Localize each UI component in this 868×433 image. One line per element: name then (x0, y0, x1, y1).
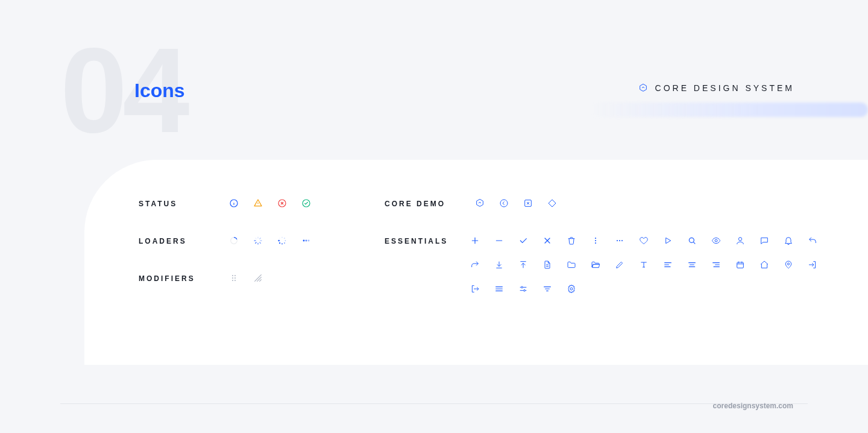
text-icon (639, 260, 649, 270)
success-icon (301, 198, 311, 208)
svg-point-48 (595, 240, 596, 241)
menu-icon (494, 284, 504, 294)
footer-site: coredesignsystem.com (713, 402, 793, 410)
settings-icon (567, 284, 576, 294)
svg-point-32 (234, 277, 236, 279)
check-icon (518, 236, 528, 245)
login-icon (808, 260, 817, 270)
svg-point-51 (619, 240, 620, 241)
minus-icon (494, 236, 504, 245)
brand-underline-decoration (591, 103, 868, 117)
sliders-icon (518, 284, 528, 294)
modifiers-label: MODIFIERS (139, 273, 229, 283)
svg-point-31 (232, 277, 233, 279)
align-right-icon (711, 260, 721, 270)
status-section: STATUS (139, 198, 385, 208)
upload-icon (518, 260, 528, 270)
more-horizontal-icon (615, 236, 624, 245)
svg-point-47 (595, 238, 596, 239)
svg-point-20 (285, 240, 286, 241)
resize-handle-icon (253, 273, 263, 283)
dots-horizontal-icon (301, 236, 311, 245)
user-icon (735, 236, 745, 245)
svg-line-11 (260, 238, 260, 239)
essentials-label: ESSENTIALS (385, 236, 470, 245)
svg-point-28 (308, 240, 310, 242)
error-icon (277, 198, 287, 208)
align-left-icon (663, 260, 673, 270)
square-x-icon (523, 198, 533, 208)
share-icon (470, 260, 480, 270)
circle-left-icon (499, 198, 509, 208)
brand: CORE DESIGN SYSTEM (638, 83, 794, 93)
status-icons (229, 198, 311, 208)
svg-rect-68 (737, 262, 744, 268)
svg-point-49 (595, 242, 596, 244)
modifiers-icons (229, 273, 263, 283)
spinner-ticks-icon (253, 236, 263, 245)
svg-point-23 (279, 242, 280, 244)
svg-line-54 (693, 242, 695, 244)
svg-point-79 (524, 289, 526, 291)
brand-hexagon-icon (638, 83, 648, 93)
folder-icon (567, 260, 576, 270)
svg-point-83 (570, 288, 573, 290)
svg-point-22 (281, 243, 283, 244)
play-icon (663, 236, 673, 245)
brand-name: CORE DESIGN SYSTEM (655, 83, 794, 93)
location-icon (784, 260, 793, 270)
file-icon (542, 260, 552, 270)
svg-point-77 (521, 286, 523, 288)
align-center-icon (687, 260, 697, 270)
svg-point-29 (232, 275, 233, 276)
svg-line-15 (256, 242, 256, 243)
svg-point-19 (284, 238, 285, 239)
svg-point-34 (234, 280, 236, 281)
svg-point-27 (306, 240, 307, 242)
svg-point-18 (281, 237, 283, 238)
footer-divider (60, 403, 808, 404)
drag-handle-icon (229, 273, 239, 283)
loaders-label: LOADERS (139, 236, 229, 245)
loaders-icons (229, 236, 311, 245)
chat-icon (760, 236, 769, 245)
logout-icon (470, 284, 480, 294)
svg-line-17 (256, 238, 256, 239)
reply-icon (808, 236, 817, 245)
coredemo-label: CORE DEMO (385, 198, 475, 208)
svg-point-21 (284, 242, 285, 244)
svg-point-50 (617, 240, 618, 241)
modifiers-section: MODIFIERS (139, 273, 385, 283)
svg-point-55 (715, 239, 717, 242)
svg-point-72 (787, 263, 789, 265)
coredemo-section: CORE DEMO (385, 198, 832, 208)
svg-point-38 (500, 200, 508, 207)
trash-icon (567, 236, 576, 245)
plus-icon (470, 236, 480, 245)
diamond-icon (547, 198, 557, 208)
svg-point-24 (278, 240, 280, 242)
home-icon (760, 260, 769, 270)
svg-point-33 (232, 280, 233, 281)
filter-icon (542, 284, 552, 294)
search-icon (687, 236, 697, 245)
essentials-icons (470, 236, 832, 294)
svg-point-52 (621, 240, 623, 241)
coredemo-icons (475, 198, 557, 208)
svg-line-37 (260, 280, 262, 282)
bell-icon (784, 236, 793, 245)
page-title: Icons (134, 80, 185, 102)
edit-icon (615, 260, 624, 270)
icon-showcase-card: STATUS LOADER (84, 160, 868, 365)
spinner-ring-icon (229, 236, 239, 245)
spinner-dots-ring-icon (277, 236, 287, 245)
x-icon (542, 236, 552, 245)
folder-open-icon (591, 260, 600, 270)
svg-point-53 (689, 238, 694, 242)
heart-icon (639, 236, 649, 245)
status-label: STATUS (139, 198, 229, 208)
warning-icon (253, 198, 263, 208)
info-icon (229, 198, 239, 208)
download-icon (494, 260, 504, 270)
svg-point-30 (234, 275, 236, 276)
